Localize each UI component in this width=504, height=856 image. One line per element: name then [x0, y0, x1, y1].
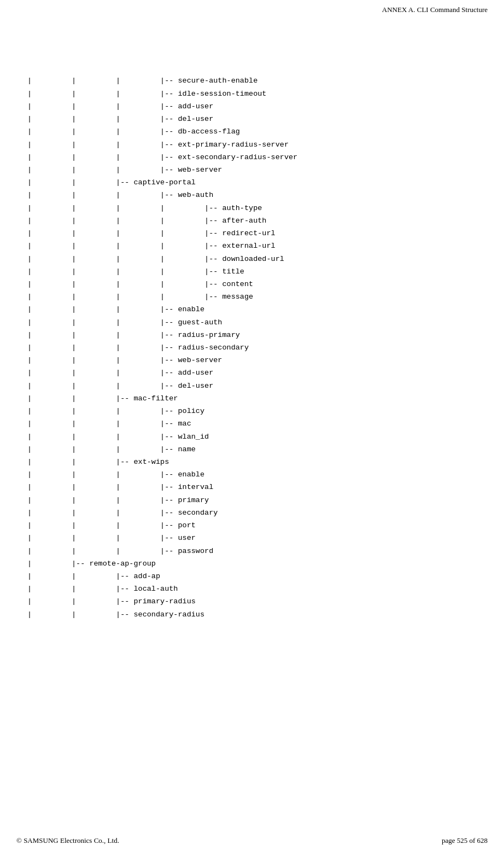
cli-tree: | | | |-- secure-auth-enable| | | |-- id… [27, 49, 477, 621]
cli-line: | | | |-- ext-primary-radius-server [27, 138, 477, 151]
cli-line: | | |-- ext-wips [27, 456, 477, 468]
cli-line: | | | | |-- after-auth [27, 214, 477, 227]
cli-line: | | | | |-- redirect-url [27, 227, 477, 240]
cli-line: | | | | |-- title [27, 265, 477, 278]
cli-line: | | | |-- secondary [27, 506, 477, 519]
main-content: | | | |-- secure-auth-enable| | | |-- id… [0, 16, 504, 654]
cli-line: | | | |-- add-user [27, 366, 477, 379]
cli-line: | | |-- captive-portal [27, 176, 477, 189]
page-number: page 525 of 628 [442, 836, 488, 845]
cli-line: | | | |-- del-user [27, 113, 477, 125]
cli-line: | | | |-- idle-session-timeout [27, 88, 477, 100]
cli-line: | | | |-- wlan_id [27, 430, 477, 443]
cli-line: | | | |-- db-access-flag [27, 125, 477, 138]
cli-line: | | | |-- enable [27, 303, 477, 316]
cli-line: | | | |-- web-server [27, 164, 477, 176]
cli-line: | | | |-- ext-secondary-radius-server [27, 151, 477, 164]
page-header: ANNEX A. CLI Command Structure [382, 5, 488, 14]
cli-line: | | | |-- policy [27, 405, 477, 417]
cli-line: | | | |-- port [27, 519, 477, 532]
header-title: ANNEX A. CLI Command Structure [382, 5, 488, 14]
cli-line: | | | |-- radius-primary [27, 329, 477, 341]
cli-line: | | | |-- secure-auth-enable [27, 74, 477, 87]
cli-line: | |-- remote-ap-group [27, 557, 477, 570]
cli-line: | | | | |-- message [27, 290, 477, 303]
cli-line: | | | |-- radius-secondary [27, 341, 477, 354]
page-footer: © SAMSUNG Electronics Co., Ltd. page 525… [0, 836, 504, 845]
cli-line: | | | |-- enable [27, 468, 477, 481]
cli-line: | | | | |-- external-url [27, 240, 477, 252]
cli-line: | | |-- mac-filter [27, 392, 477, 405]
cli-line: | | | |-- add-user [27, 100, 477, 113]
cli-line: | | | |-- interval [27, 481, 477, 493]
cli-line: | | | | |-- content [27, 278, 477, 290]
cli-line: | | | |-- primary [27, 494, 477, 506]
cli-line: | | | |-- mac [27, 417, 477, 430]
copyright: © SAMSUNG Electronics Co., Ltd. [16, 836, 119, 845]
cli-line: | | |-- local-auth [27, 583, 477, 595]
cli-line: | | | | |-- auth-type [27, 202, 477, 214]
cli-line: | | |-- add-ap [27, 570, 477, 583]
cli-line: | | | |-- web-server [27, 354, 477, 366]
cli-line: | | | |-- web-auth [27, 189, 477, 201]
cli-line: | | | |-- password [27, 545, 477, 557]
cli-line: | | | |-- user [27, 532, 477, 544]
cli-line: | | |-- secondary-radius [27, 608, 477, 621]
cli-line: | | | |-- guest-auth [27, 316, 477, 329]
cli-line: | | |-- primary-radius [27, 595, 477, 608]
cli-line: | | | |-- name [27, 443, 477, 456]
cli-line: | | | | |-- downloaded-url [27, 253, 477, 265]
cli-line: | | | |-- del-user [27, 380, 477, 392]
